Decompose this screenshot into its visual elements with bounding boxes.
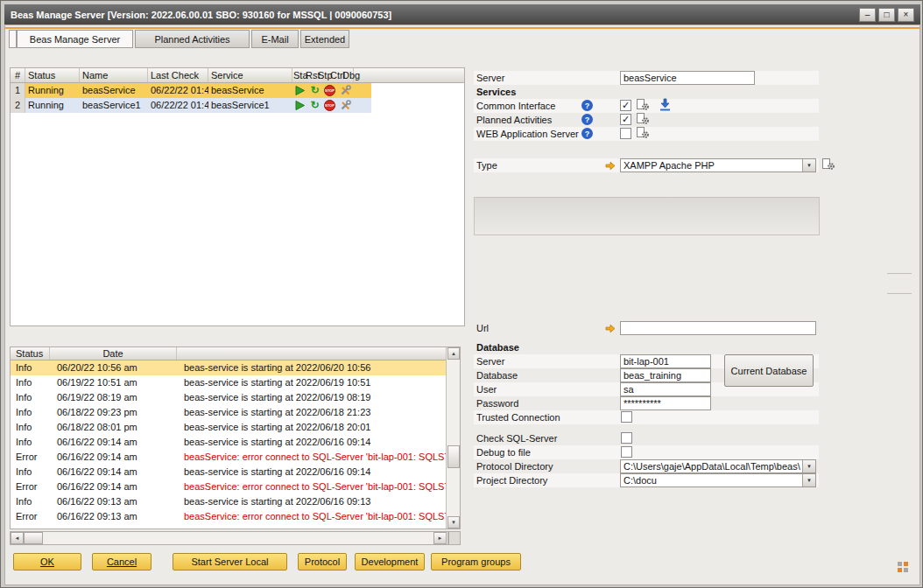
help-icon[interactable]: ?	[581, 114, 593, 125]
column-header-stp[interactable]: Stp	[317, 68, 329, 82]
chevron-down-icon[interactable]: ▼	[802, 460, 815, 472]
service-tools-icon[interactable]	[340, 100, 351, 111]
server-label: Server	[476, 71, 504, 85]
settings-icon[interactable]	[637, 126, 650, 139]
current-database-button[interactable]: Current Database	[724, 354, 814, 387]
help-icon[interactable]: ?	[581, 128, 593, 139]
column-header-rst[interactable]: Rst	[305, 68, 317, 82]
service-row[interactable]: 2 Running beasService1 06/22/22 01:49 be…	[11, 98, 371, 113]
service-last-check: 06/22/22 01:49	[148, 98, 208, 113]
resize-grip-icon[interactable]	[898, 562, 909, 573]
log-row[interactable]: Info06/20/22 10:56 ambeas-service is sta…	[11, 360, 446, 375]
start-service-icon[interactable]	[294, 100, 306, 111]
services-table: # Status Name Last Check Service Sta Rst…	[10, 67, 465, 326]
column-header-status[interactable]: Status	[25, 68, 80, 82]
column-header-log-message[interactable]	[177, 347, 460, 360]
maximize-button[interactable]: □	[878, 8, 895, 22]
type-dropdown[interactable]: XAMPP Apache PHP ▼	[620, 158, 816, 172]
service-status: Running	[25, 83, 80, 98]
password-input[interactable]	[620, 396, 711, 410]
protocol-directory-dropdown[interactable]: C:\Users\gaje\AppData\Local\Temp\beas\ ▼	[620, 459, 816, 473]
log-message: beas-service is starting at 2022/06/19 0…	[177, 390, 446, 405]
planned-activities-checkbox[interactable]: ✓	[620, 114, 631, 125]
horizontal-scrollbar[interactable]: ◄ ►	[10, 531, 448, 545]
close-button[interactable]: ×	[898, 8, 914, 22]
scroll-right-button[interactable]: ►	[433, 532, 447, 544]
column-header-log-status[interactable]: Status	[11, 347, 50, 360]
program-groups-button[interactable]: Program groups	[431, 553, 521, 570]
development-button[interactable]: Development	[355, 553, 425, 570]
column-header-sta[interactable]: Sta	[292, 68, 305, 82]
column-header-name[interactable]: Name	[80, 68, 148, 82]
log-row[interactable]: Error06/16/22 09:14 ambeasService: error…	[11, 450, 446, 465]
user-input[interactable]	[620, 382, 711, 396]
settings-icon[interactable]	[822, 158, 835, 171]
scroll-down-button[interactable]: ▼	[447, 516, 460, 528]
accent-line	[5, 27, 919, 29]
column-header-ctrl[interactable]: Ctrl	[329, 68, 342, 82]
log-row[interactable]: Info06/19/22 08:19 ambeas-service is sta…	[11, 390, 446, 405]
help-icon[interactable]: ?	[581, 100, 593, 111]
column-header-dbg[interactable]: Dbg	[342, 68, 354, 82]
log-row[interactable]: Info06/16/22 09:14 ambeas-service is sta…	[11, 435, 446, 450]
service-tools-icon[interactable]	[340, 85, 351, 96]
trusted-connection-checkbox[interactable]	[621, 411, 632, 423]
url-input[interactable]	[620, 321, 816, 335]
info-panel	[474, 197, 820, 235]
log-message: beas-service is starting at 2022/06/16 0…	[177, 494, 446, 509]
scrollbar-thumb[interactable]	[447, 445, 460, 468]
restart-service-icon[interactable]: ↻	[309, 85, 321, 96]
scroll-up-button[interactable]: ▲	[447, 347, 460, 360]
download-icon[interactable]	[659, 98, 672, 111]
link-arrow-icon[interactable]	[605, 161, 616, 171]
ok-button[interactable]: OK	[13, 553, 81, 570]
column-header-log-date[interactable]: Date	[50, 347, 177, 360]
db-server-input[interactable]	[620, 354, 711, 368]
chevron-down-icon[interactable]: ▼	[802, 474, 815, 486]
chevron-down-icon[interactable]: ▼	[802, 159, 815, 172]
tab-planned-activities[interactable]: Planned Activities	[135, 30, 250, 48]
common-interface-checkbox[interactable]: ✓	[620, 100, 631, 111]
web-application-server-checkbox[interactable]	[620, 128, 631, 139]
column-header-number[interactable]: #	[11, 68, 25, 82]
scroll-down-icon: ▼	[451, 520, 456, 525]
project-directory-value: C:\docu	[621, 474, 802, 486]
log-row[interactable]: Info06/16/22 09:13 ambeas-service is sta…	[11, 494, 446, 509]
log-message: beas-service is starting at 2022/06/19 1…	[177, 375, 446, 390]
vertical-scrollbar[interactable]: ▲ ▼	[446, 347, 460, 528]
settings-icon[interactable]	[637, 98, 650, 111]
minimize-button[interactable]: –	[859, 8, 876, 22]
column-header-service[interactable]: Service	[208, 68, 292, 82]
tab-email[interactable]: E-Mail	[251, 30, 299, 48]
cancel-button[interactable]: Cancel	[92, 553, 151, 570]
log-row[interactable]: Info06/19/22 10:51 ambeas-service is sta…	[11, 375, 446, 390]
start-server-local-button[interactable]: Start Server Local	[173, 553, 287, 570]
scrollbar-thumb[interactable]	[24, 532, 43, 544]
debug-to-file-checkbox[interactable]	[621, 446, 632, 458]
log-row[interactable]: Error06/16/22 09:14 ambeasService: error…	[11, 480, 446, 494]
server-input[interactable]	[620, 71, 755, 85]
start-service-icon[interactable]	[294, 85, 306, 96]
log-status: Error	[11, 509, 50, 524]
scroll-left-button[interactable]: ◄	[11, 532, 24, 544]
stop-service-icon[interactable]: STOP	[324, 100, 335, 111]
tab-beas-manage-server[interactable]: Beas Manage Server	[17, 30, 133, 48]
log-date: 06/16/22 09:14 am	[50, 465, 177, 480]
tab-label: Extended	[305, 34, 345, 45]
project-directory-dropdown[interactable]: C:\docu ▼	[620, 473, 816, 487]
tab-extended[interactable]: Extended	[300, 30, 349, 48]
log-row[interactable]: Error06/16/22 09:13 ambeasService: error…	[11, 509, 446, 524]
stop-service-icon[interactable]: STOP	[324, 85, 335, 96]
link-arrow-icon[interactable]	[605, 324, 616, 333]
restart-service-icon[interactable]: ↻	[309, 100, 321, 111]
protocol-button[interactable]: Protocol	[298, 553, 347, 570]
close-icon: ×	[904, 10, 909, 19]
db-name-input[interactable]	[620, 368, 711, 382]
log-row[interactable]: Info06/16/22 09:14 ambeas-service is sta…	[11, 465, 446, 480]
log-row[interactable]: Info06/18/22 09:23 pmbeas-service is sta…	[11, 405, 446, 420]
settings-icon[interactable]	[637, 112, 650, 125]
log-row[interactable]: Info06/18/22 08:01 pmbeas-service is sta…	[11, 420, 446, 435]
check-sql-server-checkbox[interactable]	[621, 432, 632, 444]
service-row[interactable]: 1 Running beasService 06/22/22 01:49 bea…	[11, 83, 371, 98]
column-header-last-check[interactable]: Last Check	[148, 68, 208, 82]
